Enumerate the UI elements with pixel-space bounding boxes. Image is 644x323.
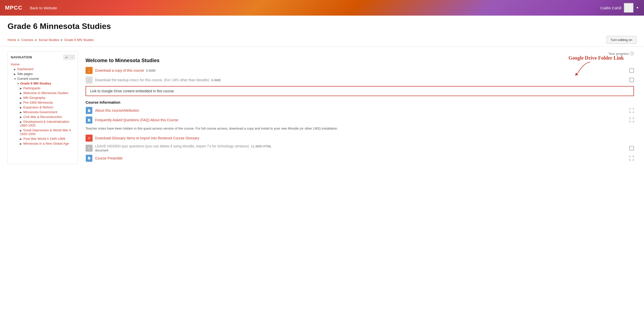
sidebar-item-mn-government[interactable]: ▶ Minnesota Government [11, 110, 75, 114]
sidebar-item-welcome[interactable]: ▶ Welcome to Minnesota Studies [11, 91, 75, 95]
user-dropdown-icon[interactable]: ▼ [636, 6, 639, 10]
sidebar-item-global-age[interactable]: ▶ Minnesota in a New Global Age [11, 141, 75, 146]
sidebar-item-participants[interactable]: ▶ Participants [11, 86, 75, 91]
sidebar-great-depression-link[interactable]: Great Depression & World War II 1920-194… [20, 128, 71, 136]
great-depression-arrow-icon: ▶ [20, 129, 22, 132]
sidebar-item-course-name: ▼ Grade 6 MN Studies [11, 81, 75, 86]
sidebar-development-link[interactable]: Development & Industrialization 1860-192… [20, 120, 69, 127]
download-backup-icon: ↑ [86, 76, 93, 84]
download-backup-checkbox[interactable] [629, 78, 634, 82]
sidebar-expand-button[interactable]: ▫ [70, 55, 75, 59]
sidebar-item-current-course: ▼ Current course [11, 76, 75, 81]
sidebar-item-expansion[interactable]: ▶ Expansion & Reform [11, 105, 75, 110]
breadcrumb-grade6[interactable]: Grade 6 MN Studies [64, 38, 94, 42]
post-war-arrow-icon: ▶ [20, 138, 22, 140]
faq-doc-icon: 📄 [86, 116, 92, 124]
sidebar-post-war-link[interactable]: Post War World II 1945-1989 [23, 137, 65, 141]
participants-arrow-icon: ▶ [20, 87, 22, 90]
glossary-icon-wrap: G [86, 135, 93, 142]
preamble-checkbox[interactable] [629, 156, 634, 160]
sidebar-expansion-link[interactable]: Expansion & Reform [23, 105, 53, 109]
sidebar-pre1800-link[interactable]: Pre-1800 Minnesota [23, 101, 53, 104]
download-copy-checkbox[interactable] [629, 68, 634, 73]
section-heading: Welcome to Minnesota Studies [86, 58, 634, 63]
about-course-link[interactable]: About this course/Attribution [95, 108, 139, 112]
progress-help-icon[interactable]: ? [630, 52, 634, 56]
sidebar-home-link[interactable]: Home [11, 62, 20, 66]
sidebar-item-home: Home [11, 62, 75, 67]
download-backup-text: Download the backup imscc for this cours… [95, 78, 209, 82]
current-course-arrow-icon: ▼ [14, 77, 16, 80]
preamble-link[interactable]: Course Preamble [95, 156, 123, 160]
faq-item: 📄 Frequently Asked Questions (FAQ) About… [86, 116, 634, 124]
main-layout: NAVIGATION ▭ ▫ Home ■ Dashboard ▶ Site p… [0, 49, 644, 167]
sidebar-global-age-link[interactable]: Minnesota in a New Global Age [23, 142, 69, 145]
quiz-checkbox[interactable] [629, 146, 634, 150]
site-pages-arrow-icon: ▶ [14, 73, 16, 75]
back-to-website-link[interactable]: Back to Website [30, 6, 57, 10]
preamble-icon-wrap: 📄 [86, 155, 93, 162]
glossary-link[interactable]: Download Glossary Items to Import into R… [95, 136, 199, 140]
faq-checkbox[interactable] [629, 118, 634, 122]
sidebar-mn-geography-link[interactable]: MN Geography [23, 96, 46, 100]
avatar[interactable] [624, 3, 633, 13]
sidebar-course-name-link[interactable]: Grade 6 MN Studies [20, 82, 51, 85]
sidebar-item-pre1800[interactable]: ▶ Pre-1800 Minnesota [11, 100, 75, 105]
mn-gov-arrow-icon: ▶ [20, 111, 22, 114]
download-copy-content: Download a copy of this course 6.8MB [95, 68, 155, 72]
quiz-icon-wrap: Q [86, 145, 93, 152]
dashboard-arrow-icon: ■ [14, 68, 16, 71]
quiz-content: LEAVE HIDDEN quiz questions-(you can del… [95, 144, 271, 152]
header-left: MPCC Back to Website [5, 5, 57, 11]
header: MPCC Back to Website Caitlin Cahill ▼ [0, 0, 644, 16]
username-label: Caitlin Cahill [600, 6, 621, 10]
google-drive-link[interactable]: Link to Google Drive content embedded in… [90, 89, 175, 93]
sidebar-civil-war-link[interactable]: Civil War & Reconstruction [23, 115, 62, 119]
sidebar-item-development[interactable]: ▶ Development & Industrialization 1860-1… [11, 119, 75, 128]
quiz-icon: Q [86, 145, 93, 152]
download-copy-link[interactable]: Download a copy of this course [95, 68, 144, 72]
pre1800-arrow-icon: ▶ [20, 101, 22, 104]
about-course-checkbox[interactable] [629, 108, 634, 113]
sidebar-collapse-button[interactable]: ▭ [64, 55, 69, 59]
breadcrumb-home[interactable]: Home [8, 38, 16, 42]
content-area: Your progress ? Welcome to Minnesota Stu… [83, 52, 636, 164]
breadcrumb-bar: Home ▶ Courses ▶ Social Studies ▶ Grade … [0, 33, 644, 47]
content-wrapper: Welcome to Minnesota Studies Google Driv… [86, 58, 634, 162]
glossary-item: G Download Glossary Items to Import into… [86, 135, 634, 142]
page-title-section: Grade 6 Minnesota Studies [0, 16, 644, 33]
sidebar-item-civil-war[interactable]: ▶ Civil War & Reconstruction [11, 114, 75, 119]
faq-link[interactable]: Frequently Asked Questions (FAQ) About t… [95, 118, 178, 122]
download-backup-size: 6.6MB [211, 78, 221, 82]
course-name-arrow-icon: ▼ [17, 82, 19, 85]
breadcrumb-social-studies[interactable]: Social Studies [38, 38, 59, 42]
breadcrumb: Home ▶ Courses ▶ Social Studies ▶ Grade … [8, 38, 94, 42]
google-drive-link-box[interactable]: Link to Google Drive content embedded in… [86, 86, 634, 96]
info-text: Teacher notes have been hidden in this q… [86, 126, 634, 131]
sidebar-header: NAVIGATION ▭ ▫ [11, 55, 75, 59]
about-course-doc-icon: 📄 [86, 107, 92, 114]
download-copy-size: 6.8MB [146, 69, 155, 72]
sidebar-item-great-depression[interactable]: ▶ Great Depression & World War II 1920-1… [11, 128, 75, 136]
sidebar-welcome-link[interactable]: Welcome to Minnesota Studies [23, 91, 68, 95]
turn-editing-button[interactable]: Turn editing on [606, 36, 636, 44]
about-course-item: 📄 About this course/Attribution [86, 107, 634, 114]
global-age-arrow-icon: ▶ [20, 142, 22, 145]
sidebar-item-mn-geography[interactable]: ▶ MN Geography [11, 95, 75, 100]
sidebar-item-dashboard: ■ Dashboard [11, 67, 75, 71]
preamble-doc-icon: 📄 [86, 155, 92, 162]
sidebar-controls: ▭ ▫ [64, 55, 75, 59]
quiz-text: LEAVE HIDDEN quiz questions-(you can del… [95, 144, 249, 148]
breadcrumb-courses[interactable]: Courses [21, 38, 33, 42]
backup-icon: ↑ [86, 76, 93, 84]
subsection-heading: Course Information [86, 100, 634, 104]
sidebar-participants-link[interactable]: Participants [23, 86, 41, 90]
logo: MPCC [5, 5, 22, 11]
breadcrumb-sep-1: ▶ [18, 38, 20, 42]
civil-war-arrow-icon: ▶ [20, 116, 22, 118]
progress-label: Your progress [609, 52, 629, 56]
quiz-sub: document [95, 149, 108, 152]
sidebar-dashboard-link[interactable]: Dashboard [17, 67, 33, 71]
sidebar-mn-government-link[interactable]: Minnesota Government [23, 110, 57, 114]
sidebar-item-post-war[interactable]: ▶ Post War World II 1945-1989 [11, 136, 75, 141]
